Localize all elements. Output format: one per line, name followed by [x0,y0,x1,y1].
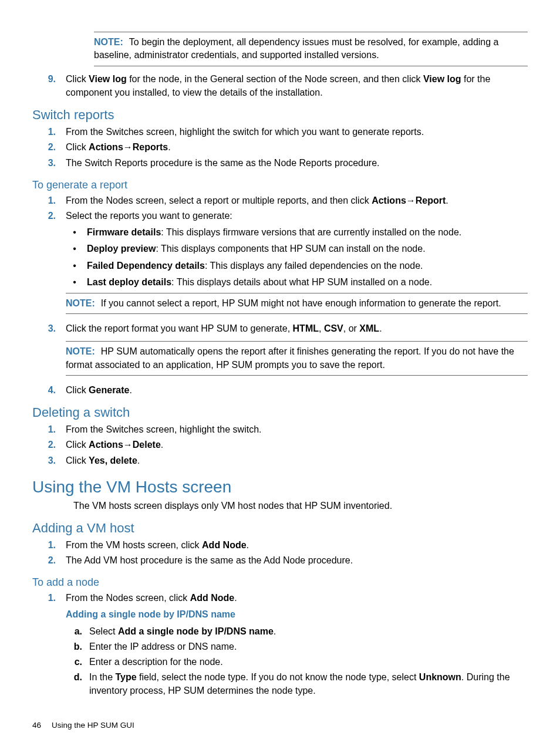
note-label: NOTE: [94,37,123,47]
list-item: 3. Click Yes, delete. [32,454,528,467]
step-number: 3. [32,322,56,382]
list-item: 1. From the Switches screen, highlight t… [32,423,528,436]
note-text: To begin the deployment, all dependency … [94,37,499,60]
bullet-icon: • [66,276,83,289]
list-item: 1. From the Switches screen, highlight t… [32,125,528,139]
footer-title: Using the HP SUM GUI [52,721,134,730]
step-number: 3. [32,454,56,467]
step-letter: a. [66,625,82,638]
single-node-steps: a. Select Add a single node by IP/DNS na… [66,625,528,698]
heading-switch-reports: Switch reports [32,107,528,123]
list-item: 2. Select the reports you want to genera… [32,209,528,320]
step-letter: b. [66,640,82,653]
step-number: 1. [32,591,56,699]
list-item: 2. Click Actions→Delete. [32,438,528,451]
list-item: 3. Click the report format you want HP S… [32,322,528,382]
page-number: 46 [32,721,41,730]
step-number: 1. [32,538,56,552]
bullet-icon: • [66,242,83,255]
step-number: 2. [32,140,56,154]
note-text: HP SUM automatically opens the report af… [66,346,514,369]
generate-report-list: 1. From the Nodes screen, select a repor… [32,194,528,397]
add-node-list: 1. From the Nodes screen, click Add Node… [32,591,528,699]
step-number: 1. [32,125,56,139]
bullet-icon: • [66,226,83,239]
report-types-list: •Firmware details: This displays firmwar… [66,226,528,289]
list-item: a. Select Add a single node by IP/DNS na… [66,625,528,638]
step-number: 2. [32,553,56,567]
add-vm-host-list: 1. From the VM hosts screen, click Add N… [32,538,528,567]
list-item: b. Enter the IP address or DNS name. [66,640,528,653]
note-label: NOTE: [66,346,95,356]
note-label: NOTE: [66,298,95,308]
note-box: NOTE:HP SUM automatically opens the repo… [66,341,528,376]
list-item: •Last deploy details: This displays deta… [66,276,528,289]
switch-reports-list: 1. From the Switches screen, highlight t… [32,125,528,170]
list-item: 1. From the Nodes screen, select a repor… [32,194,528,207]
page-footer: 46 Using the HP SUM GUI [32,721,528,730]
step-number: 2. [32,209,56,320]
step-number: 1. [32,423,56,436]
list-item: 1. From the VM hosts screen, click Add N… [32,538,528,552]
heading-add-node: To add a node [32,576,528,589]
step-letter: c. [66,655,82,669]
step-number: 1. [32,194,56,207]
note-text: If you cannot select a report, HP SUM mi… [101,298,501,308]
note-box: NOTE:If you cannot select a report, HP S… [66,293,528,314]
heading-generate-report: To generate a report [32,179,528,191]
list-item: c. Enter a description for the node. [66,655,528,669]
vm-hosts-description: The VM hosts screen displays only VM hos… [73,499,528,512]
step-letter: d. [66,670,82,697]
step-number: 3. [32,156,56,170]
list-item: 2. The Add VM host procedure is the same… [32,553,528,567]
step-number: 4. [32,383,56,397]
step-number: 2. [32,438,56,451]
list-item: 9. Click View log for the node, in the G… [32,72,528,99]
step-number: 9. [32,72,56,99]
list-item: •Failed Dependency details: This display… [66,259,528,272]
heading-single-node: Adding a single node by IP/DNS name [66,607,528,621]
list-item: 3. The Switch Reports procedure is the s… [32,156,528,170]
list-item: 1. From the Nodes screen, click Add Node… [32,591,528,699]
list-item: 2. Click Actions→Reports. [32,140,528,154]
heading-delete-switch: Deleting a switch [32,405,528,420]
note-box: NOTE:To begin the deployment, all depend… [94,32,528,66]
heading-add-vm-host: Adding a VM host [32,521,528,536]
list-item: 4. Click Generate. [32,383,528,397]
step-list-continued: 9. Click View log for the node, in the G… [32,72,528,99]
list-item: d. In the Type field, select the node ty… [66,670,528,697]
heading-vm-hosts: Using the VM Hosts screen [32,478,528,497]
delete-switch-list: 1. From the Switches screen, highlight t… [32,423,528,467]
bullet-icon: • [66,259,83,272]
list-item: •Firmware details: This displays firmwar… [66,226,528,239]
list-item: •Deploy preview: This displays component… [66,242,528,255]
